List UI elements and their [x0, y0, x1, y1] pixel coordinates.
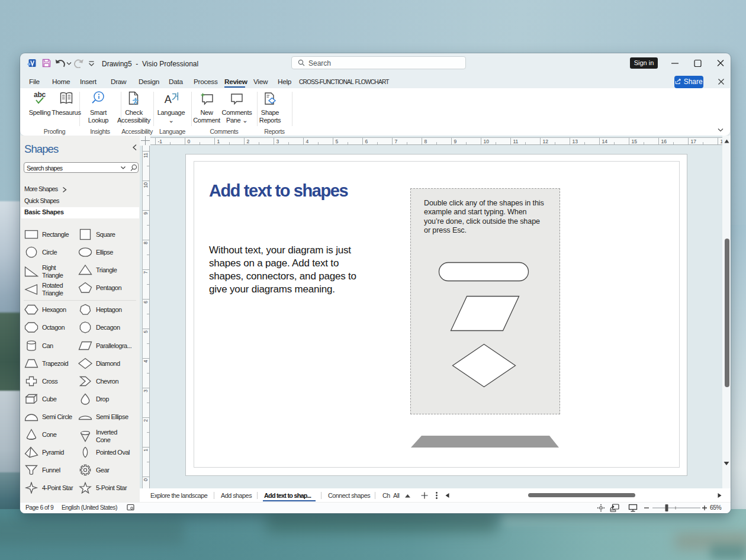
svg-text:14: 14 [602, 139, 608, 144]
svg-text:10: 10 [143, 182, 149, 188]
svg-text:-1: -1 [158, 139, 163, 144]
svg-text:15: 15 [632, 139, 638, 144]
svg-text:8: 8 [143, 242, 149, 244]
svg-text:3: 3 [143, 390, 149, 392]
svg-text:9: 9 [454, 139, 457, 144]
svg-text:13: 13 [573, 139, 578, 144]
svg-text:7: 7 [143, 271, 149, 274]
svg-text:5: 5 [143, 330, 149, 333]
svg-text:5: 5 [336, 139, 339, 144]
svg-text:6: 6 [365, 139, 368, 144]
svg-text:2: 2 [247, 139, 250, 144]
svg-text:12: 12 [543, 139, 549, 144]
svg-text:2: 2 [143, 419, 149, 422]
svg-text:0: 0 [188, 139, 191, 144]
svg-text:0: 0 [143, 478, 149, 481]
svg-text:7: 7 [395, 139, 398, 144]
svg-text:10: 10 [484, 139, 490, 144]
svg-text:1: 1 [217, 139, 220, 144]
svg-text:16: 16 [661, 139, 667, 144]
svg-text:1: 1 [143, 449, 149, 452]
svg-text:4: 4 [143, 360, 149, 363]
svg-text:9: 9 [143, 212, 149, 215]
svg-text:11: 11 [513, 139, 519, 144]
svg-text:8: 8 [425, 139, 427, 144]
svg-text:11: 11 [143, 153, 149, 158]
svg-text:17: 17 [691, 139, 697, 144]
svg-text:6: 6 [143, 301, 149, 304]
svg-text:4: 4 [306, 139, 309, 144]
svg-text:3: 3 [276, 139, 279, 144]
svg-text:A: A [165, 94, 172, 105]
